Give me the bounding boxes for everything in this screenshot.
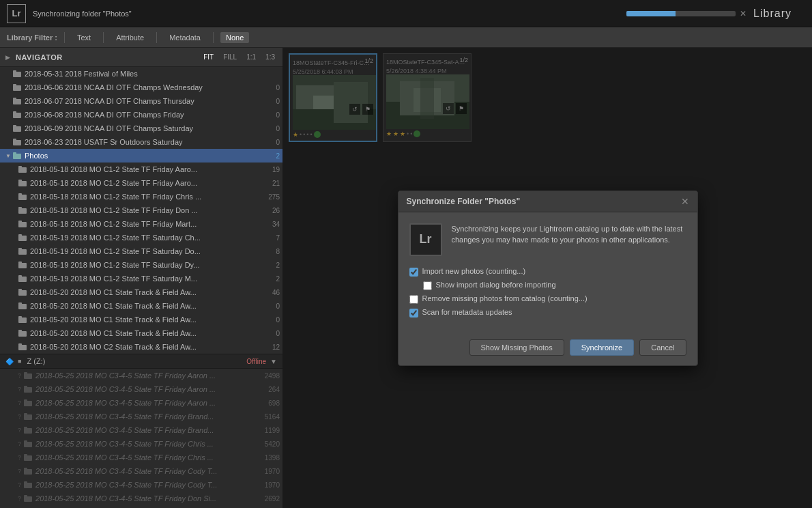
folder-name: 2018-05-20 2018 MO C1 State Track & Fiel…: [30, 315, 263, 324]
folder-item[interactable]: 2018-05-18 2018 MO C1-2 State TF Friday …: [0, 176, 282, 190]
folder-icon: [18, 178, 27, 188]
folder-item[interactable]: ? 2018-05-25 2018 MO C3-4-5 State TF Fri…: [0, 382, 282, 396]
filter-attribute-btn[interactable]: Attribute: [111, 32, 149, 43]
import-new-photos-checkbox[interactable]: [409, 268, 418, 277]
progress-fill: [626, 11, 676, 16]
folder-count: 8: [266, 248, 280, 255]
folder-icon: [23, 453, 33, 462]
folder-count: 0: [266, 125, 280, 132]
import-new-photos-row: Import new photos (counting...): [409, 267, 686, 277]
window-title: Synchronizing folder "Photos": [33, 10, 626, 18]
folder-item[interactable]: ? 2018-05-25 2018 MO C3-4-5 State TF Fri…: [0, 410, 282, 423]
folder-item[interactable]: ? 2018-05-25 2018 MO C3-4-5 State TF Fri…: [0, 478, 282, 492]
folder-icon: [18, 342, 27, 352]
sync-dialog-title: Synchronize Folder "Photos": [407, 197, 521, 206]
svg-rect-20: [18, 208, 27, 214]
folder-item[interactable]: 2018-05-19 2018 MO C1-2 State TF Saturda…: [0, 258, 282, 272]
folder-name: 2018-05-18 2018 MO C1-2 State TF Friday …: [30, 165, 263, 173]
zoom-fill-btn[interactable]: FILL: [221, 53, 239, 61]
svg-rect-9: [13, 125, 16, 127]
folder-item[interactable]: 2018-05-18 2018 MO C1-2 State TF Friday …: [0, 217, 282, 231]
folder-item[interactable]: ? 2018-05-25 2018 MO C3-4-5 State TF Fri…: [0, 369, 282, 382]
lr-logo: Lr: [7, 4, 26, 23]
folder-icon: [23, 384, 33, 394]
folder-item[interactable]: ? 2018-05-25 2018 MO C3-4-5 State TF Fri…: [0, 437, 282, 451]
filter-metadata-btn[interactable]: Metadata: [164, 32, 206, 43]
svg-rect-58: [24, 483, 32, 488]
folder-item[interactable]: ? 2018-05-25 2018 MO C3-4-5 State TF Fri…: [0, 423, 282, 437]
svg-rect-35: [18, 302, 22, 305]
folder-item[interactable]: 2018-05-19 2018 MO C1-2 State TF Saturda…: [0, 244, 282, 258]
folder-item[interactable]: ? 2018-05-25 2018 MO C3-4-5 State TF Fri…: [0, 451, 282, 464]
folder-icon: [23, 439, 33, 449]
svg-rect-4: [13, 99, 21, 104]
filter-none-btn[interactable]: None: [220, 32, 249, 43]
folder-name: 2018-06-23 2018 USATF Sr Outdoors Saturd…: [25, 138, 263, 146]
scan-metadata-checkbox[interactable]: [409, 309, 418, 318]
folder-list[interactable]: 2018-05-31 2018 Festival of Miles 2018-0…: [0, 67, 282, 508]
folder-item[interactable]: ? 2018-05-25 2018 MO C3-4-5 State TF Fri…: [0, 492, 282, 505]
cancel-btn[interactable]: Cancel: [639, 339, 686, 356]
folder-item[interactable]: 2018-05-19 2018 MO C1-2 State TF Saturda…: [0, 272, 282, 285]
navigator-expand-icon[interactable]: ▶: [5, 54, 10, 61]
folder-item[interactable]: 2018-05-20 2018 MO C2 State Track & Fiel…: [0, 340, 282, 354]
folder-count: 2: [266, 275, 280, 283]
zoom-1to3-btn[interactable]: 1:3: [263, 53, 277, 61]
folder-item[interactable]: 2018-05-20 2018 MO C1 State Track & Fiel…: [0, 299, 282, 313]
folder-count: 5420: [265, 440, 280, 448]
folder-item[interactable]: 2018-05-31 2018 Festival of Miles: [0, 67, 282, 81]
folder-icon: [23, 494, 33, 503]
sync-close-btn[interactable]: ✕: [681, 197, 689, 206]
folder-item[interactable]: 2018-05-18 2018 MO C1-2 State TF Friday …: [0, 163, 282, 176]
folder-count: 21: [266, 180, 280, 187]
folder-item[interactable]: 2018-05-18 2018 MO C1-2 State TF Friday …: [0, 203, 282, 217]
folder-item[interactable]: 2018-05-19 2018 MO C1-2 State TF Saturda…: [0, 231, 282, 244]
remove-missing-row: Remove missing photos from catalog (coun…: [409, 294, 686, 304]
folder-icon: [18, 301, 27, 311]
remove-missing-photos-checkbox[interactable]: [409, 295, 418, 304]
filter-divider-4: [213, 32, 214, 43]
folder-item[interactable]: ? 2018-05-25 2018 MO C3-4-5 State TF Fri…: [0, 464, 282, 478]
svg-rect-42: [24, 373, 32, 379]
folder-name: 2018-05-20 2018 MO C1 State Track & Fiel…: [30, 288, 263, 296]
filter-divider-1: [64, 32, 65, 43]
photos-folder-name: Photos: [25, 152, 263, 160]
folder-name: 2018-05-20 2018 MO C1 State Track & Fiel…: [30, 329, 263, 337]
folder-icon: [12, 96, 22, 106]
folder-icon: [18, 260, 27, 270]
photos-folder[interactable]: ▼ Photos 2: [0, 149, 282, 163]
synchronize-btn[interactable]: Synchronize: [570, 339, 635, 356]
import-new-photos-label: Import new photos (counting...): [422, 267, 526, 275]
folder-item[interactable]: 2018-05-18 2018 MO C1-2 State TF Friday …: [0, 190, 282, 203]
zoom-fit-btn[interactable]: FIT: [201, 53, 216, 61]
folder-item[interactable]: ? 2018-05-25 2018 MO C3-4-5 State TF Fri…: [0, 396, 282, 410]
show-import-dialog-checkbox[interactable]: [423, 281, 432, 290]
svg-rect-24: [18, 236, 27, 241]
folder-item[interactable]: 2018-06-07 2018 NCAA DI OTF Champs Thurs…: [0, 94, 282, 108]
folder-item[interactable]: 2018-06-06 2018 NCAA DI OTF Champs Wedne…: [0, 81, 282, 94]
svg-rect-38: [18, 331, 27, 337]
show-missing-photos-btn[interactable]: Show Missing Photos: [469, 339, 564, 356]
filter-divider-2: [103, 32, 104, 43]
folder-item[interactable]: 2018-05-20 2018 MO C1 State Track & Fiel…: [0, 326, 282, 340]
folder-item[interactable]: 2018-06-08 2018 NCAA DI OTF Champs Frida…: [0, 108, 282, 122]
folder-item[interactable]: 2018-06-09 2018 NCAA DI OTF Champs Satur…: [0, 122, 282, 135]
folder-item[interactable]: 2018-05-20 2018 MO C1 State Track & Fiel…: [0, 313, 282, 326]
folder-name: 2018-05-31 2018 Festival of Miles: [25, 70, 263, 78]
progress-close-btn[interactable]: ✕: [740, 9, 746, 18]
folder-name: 2018-05-25 2018 MO C3-4-5 State TF Frida…: [35, 385, 263, 393]
zoom-1to1-btn[interactable]: 1:1: [244, 53, 258, 61]
folder-count: 12: [266, 343, 280, 351]
drive-options-btn[interactable]: ▼: [270, 358, 277, 365]
svg-rect-39: [18, 330, 22, 332]
filter-text-btn[interactable]: Text: [72, 32, 96, 43]
folder-count: 0: [266, 111, 280, 119]
folder-item[interactable]: 2018-05-20 2018 MO C1 State Track & Fiel…: [0, 285, 282, 299]
svg-rect-51: [24, 427, 27, 429]
folder-item[interactable]: 2018-06-23 2018 USATF Sr Outdoors Saturd…: [0, 135, 282, 149]
svg-rect-37: [18, 316, 22, 318]
folder-name: 2018-05-19 2018 MO C1-2 State TF Saturda…: [30, 247, 263, 255]
main-content: ▶ Navigator FIT FILL 1:1 1:3 2018-05-31 …: [0, 48, 812, 508]
folder-name: 2018-05-25 2018 MO C3-4-5 State TF Frida…: [35, 399, 263, 407]
photos-expand-icon[interactable]: ▼: [5, 153, 11, 159]
